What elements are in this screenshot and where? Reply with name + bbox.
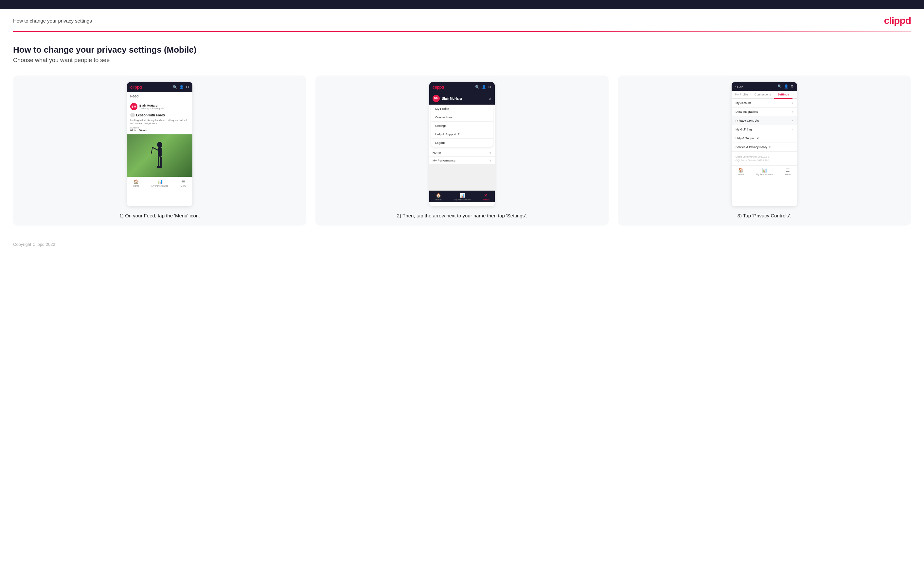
tab-settings[interactable]: Settings <box>774 91 793 99</box>
menu-chevron-icon[interactable]: ∧ <box>489 97 491 101</box>
user-icon[interactable]: 👤 <box>179 85 184 89</box>
settings-service-label: Service & Privacy Policy ↗ <box>735 145 771 149</box>
header: How to change your privacy settings clip… <box>0 9 924 31</box>
step2-bottom-performance[interactable]: 📊 My Performance <box>454 193 470 201</box>
menu-item-settings[interactable]: Settings <box>431 122 493 130</box>
step-1-card: clippd 🔍 👤 ⚙ Feed BM Blair McHarg <box>13 76 306 226</box>
step2-home-icon: 🏠 <box>436 193 441 198</box>
section-performance-chevron: ∨ <box>489 159 491 162</box>
svg-rect-7 <box>160 166 162 168</box>
step1-feed-item: BM Blair McHarg Yesterday · Sunningdale … <box>127 100 192 134</box>
main-content: How to change your privacy settings (Mob… <box>0 32 924 235</box>
section-performance-label: My Performance <box>433 158 456 162</box>
step3-performance-icon: 📊 <box>762 168 767 172</box>
settings-item-integrations[interactable]: Data Integrations › <box>732 108 797 116</box>
step3-settings-icon[interactable]: ⚙ <box>790 84 794 89</box>
menu-item-help[interactable]: Help & Support ↗ <box>431 130 493 139</box>
menu-overlay: My Profile Connections Settings Help & S… <box>431 105 493 147</box>
bottom-performance[interactable]: 📊 My Performance <box>152 179 168 187</box>
step-3-label: 3) Tap 'Privacy Controls'. <box>735 212 794 219</box>
settings-integrations-label: Data Integrations <box>735 110 758 113</box>
menu-section-performance[interactable]: My Performance ∨ <box>429 156 495 164</box>
settings-version: Clippd Client Version: 2022.8.3-3GQL Ser… <box>732 152 797 165</box>
step3-menu-label: Menu <box>785 173 791 176</box>
page-heading: How to change your privacy settings (Mob… <box>13 45 911 55</box>
menu-connections-label: Connections <box>435 115 452 119</box>
performance-label: My Performance <box>152 185 168 187</box>
footer: Copyright Clippd 2022 <box>0 235 924 253</box>
svg-rect-6 <box>157 166 160 168</box>
steps-row: clippd 🔍 👤 ⚙ Feed BM Blair McHarg <box>13 76 911 226</box>
settings-item-golfbag[interactable]: My Golf Bag › <box>732 125 797 134</box>
step-1-label: 1) On your Feed, tap the 'Menu' icon. <box>117 212 203 219</box>
step3-search-icon[interactable]: 🔍 <box>777 84 782 89</box>
feed-duration-value: 01 hr : 30 min <box>130 129 189 132</box>
settings-privacy-chevron: › <box>792 119 793 122</box>
back-button[interactable]: ‹ Back <box>735 85 743 88</box>
step2-user-icon[interactable]: 👤 <box>481 85 486 89</box>
bottom-menu[interactable]: ☰ Menu <box>181 179 186 187</box>
menu-settings-label: Settings <box>435 124 446 127</box>
step2-bottom-menu[interactable]: ✕ Menu <box>483 193 489 201</box>
feed-user-row: BM Blair McHarg Yesterday · Sunningdale <box>130 103 189 110</box>
step2-menu-label: Menu <box>483 198 489 201</box>
step2-settings-icon[interactable]: ⚙ <box>488 85 491 89</box>
tab-connections[interactable]: Connections <box>751 91 774 98</box>
search-icon[interactable]: 🔍 <box>173 85 177 89</box>
home-label: Home <box>133 185 139 187</box>
settings-golfbag-label: My Golf Bag <box>735 128 752 131</box>
step3-nav-icons: 🔍 👤 ⚙ <box>777 84 794 89</box>
page-subheading: Choose what you want people to see <box>13 57 911 64</box>
step2-search-icon[interactable]: 🔍 <box>475 85 480 89</box>
menu-item-logout[interactable]: Logout <box>431 139 493 147</box>
step3-home-label: Home <box>738 173 744 176</box>
menu-label: Menu <box>181 185 186 187</box>
step-2-label: 2) Then, tap the arrow next to your name… <box>394 212 530 219</box>
lesson-icon <box>130 113 135 118</box>
step3-bottom-menu[interactable]: ☰ Menu <box>785 168 791 176</box>
step2-home-label: Home <box>436 198 442 201</box>
step2-bottom-home[interactable]: 🏠 Home <box>436 193 442 201</box>
feed-user-name: Blair McHarg <box>139 104 164 107</box>
settings-golfbag-chevron: › <box>792 128 793 131</box>
step3-user-icon[interactable]: 👤 <box>784 84 788 89</box>
menu-user-left: BM Blair McHarg <box>433 95 462 102</box>
step-2-card: clippd 🔍 👤 ⚙ BM Blair McHarg ∧ <box>315 76 609 226</box>
section-home-label: Home <box>433 151 441 154</box>
menu-item-profile[interactable]: My Profile <box>431 105 493 113</box>
step3-bottom-home[interactable]: 🏠 Home <box>738 168 744 176</box>
section-home-chevron: ∨ <box>489 151 491 154</box>
menu-avatar: BM <box>433 95 440 102</box>
home-icon: 🏠 <box>134 179 139 184</box>
settings-item-account[interactable]: My Account › <box>732 99 797 108</box>
step3-bottom-performance[interactable]: 📊 My Performance <box>756 168 773 176</box>
settings-item-privacy[interactable]: Privacy Controls › <box>732 116 797 125</box>
tab-my-profile[interactable]: My Profile <box>732 91 751 98</box>
menu-user-row[interactable]: BM Blair McHarg ∧ <box>429 92 495 105</box>
settings-integrations-chevron: › <box>792 110 793 113</box>
svg-line-2 <box>152 147 158 150</box>
svg-rect-1 <box>158 147 162 156</box>
feed-lesson-title: Lesson with Fordy <box>136 113 165 117</box>
bottom-home[interactable]: 🏠 Home <box>133 179 139 187</box>
top-bar <box>0 0 924 9</box>
step-3-phone: ‹ Back 🔍 👤 ⚙ My Profile Connections Sett… <box>732 82 797 206</box>
footer-copyright: Copyright Clippd 2022 <box>13 242 55 247</box>
settings-account-label: My Account <box>735 102 751 105</box>
golfer-silhouette <box>150 141 170 177</box>
step3-back-nav: ‹ Back 🔍 👤 ⚙ <box>732 82 797 91</box>
step2-close-icon: ✕ <box>484 193 488 198</box>
menu-help-label: Help & Support ↗ <box>435 132 460 136</box>
menu-item-connections[interactable]: Connections <box>431 113 493 122</box>
feed-user-info: Blair McHarg Yesterday · Sunningdale <box>139 104 164 110</box>
feed-user-sub: Yesterday · Sunningdale <box>139 107 164 110</box>
step1-golfer-image <box>127 134 192 177</box>
settings-item-help[interactable]: Help & Support ↗ <box>732 134 797 143</box>
settings-icon[interactable]: ⚙ <box>186 85 189 89</box>
performance-icon: 📊 <box>157 179 163 184</box>
menu-user-name: Blair McHarg <box>442 97 462 100</box>
settings-item-service[interactable]: Service & Privacy Policy ↗ <box>732 143 797 152</box>
svg-line-3 <box>151 147 152 154</box>
menu-section-home[interactable]: Home ∨ <box>429 149 495 156</box>
step2-performance-label: My Performance <box>454 198 470 201</box>
